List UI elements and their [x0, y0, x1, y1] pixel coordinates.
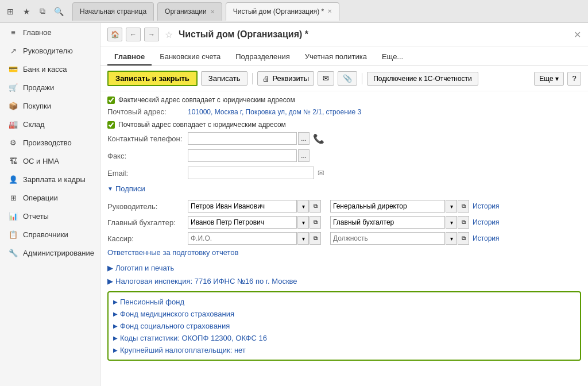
save-close-button[interactable]: Записать и закрыть [107, 71, 198, 86]
tab-accounting-policy-label: Учетная политика [305, 52, 367, 61]
postal-address-checkbox-row: Почтовый адрес совпадает с юридическим а… [107, 121, 581, 129]
cashier-history-link[interactable]: История [473, 234, 500, 242]
copy-icon[interactable]: ⧉ [37, 6, 48, 17]
director-row: Руководитель: ▾ ⧉ ▾ ⧉ История [107, 200, 581, 213]
director-inputs: ▾ ⧉ [188, 200, 321, 213]
tab-clean-house[interactable]: Чистый дом (Организация) * ✕ [226, 2, 340, 21]
actual-address-label: Фактический адрес совпадает с юридически… [118, 96, 295, 104]
close-page-icon[interactable]: ✕ [574, 29, 581, 40]
director-role-dropdown-button[interactable]: ▾ [446, 200, 457, 213]
references-icon: 📋 [8, 229, 18, 240]
email-input[interactable] [188, 167, 314, 179]
search-icon[interactable]: 🔍 [53, 6, 64, 17]
tab-organizations[interactable]: Организации ✕ [157, 2, 222, 21]
accountant-history-link[interactable]: История [473, 218, 500, 226]
director-history-link[interactable]: История [473, 202, 500, 210]
phone-dial-icon[interactable]: 📞 [313, 133, 324, 144]
sidebar-item-label: Главное [23, 28, 52, 37]
logo-expand[interactable]: ▶ Логотип и печать [107, 264, 174, 272]
attach-button[interactable]: 📎 [338, 71, 357, 86]
cashier-role-dropdown-button[interactable]: ▾ [446, 232, 457, 245]
chief-accountant-row: Главный бухгалтер: ▾ ⧉ ▾ ⧉ История [107, 216, 581, 229]
actual-address-checkbox[interactable] [107, 96, 115, 104]
forward-button[interactable]: → [144, 28, 159, 41]
tab-bank-accounts[interactable]: Банковские счета [153, 50, 227, 65]
accountant-open-button[interactable]: ⧉ [310, 216, 321, 229]
tab-clean-house-label: Чистый дом (Организация) * [233, 7, 324, 16]
sales-icon: 🛒 [8, 82, 18, 92]
accountant-role-open-button[interactable]: ⧉ [458, 216, 469, 229]
director-dropdown-button[interactable]: ▾ [297, 200, 309, 213]
tab-accounting-policy[interactable]: Учетная политика [298, 50, 374, 65]
sidebar-item-production[interactable]: ⚙ Производство [0, 133, 100, 152]
tab-subdivisions[interactable]: Подразделения [229, 50, 297, 65]
sidebar-item-rukovoditelyu[interactable]: ↗ Руководителю [0, 41, 100, 60]
accountant-role-input[interactable] [330, 216, 445, 229]
back-button[interactable]: ← [126, 28, 141, 41]
more-button[interactable]: Еще ▾ [534, 72, 564, 86]
fax-input[interactable] [188, 149, 297, 162]
tab-home[interactable]: Начальная страница [72, 2, 154, 21]
sidebar-item-glavnoe[interactable]: ≡ Главное [0, 23, 100, 41]
accountant-role-inputs: ▾ ⧉ [326, 216, 469, 229]
toolbar: Записать и закрыть Записать 🖨 Реквизиты … [100, 66, 588, 91]
details-button[interactable]: 🖨 Реквизиты [257, 71, 314, 86]
email-toolbar-button[interactable]: ✉ [318, 71, 334, 86]
contact-phone-input[interactable] [188, 132, 297, 145]
save-button[interactable]: Записать [201, 71, 248, 86]
contact-phone-dots-button[interactable]: … [298, 132, 310, 145]
grid-icon[interactable]: ⊞ [5, 6, 16, 17]
sidebar-item-payroll[interactable]: 👤 Зарплата и кадры [0, 170, 100, 188]
logo-label: Логотип и печать [115, 264, 174, 272]
sidebar-item-operations[interactable]: ⊞ Операции [0, 188, 100, 207]
sidebar-item-sales[interactable]: 🛒 Продажи [0, 78, 100, 96]
favorite-star-icon[interactable]: ☆ [165, 29, 173, 40]
connect-1c-button[interactable]: Подключение к 1С-Отчетности [367, 72, 478, 86]
accountant-role-dropdown-button[interactable]: ▾ [446, 216, 457, 229]
postal-address-checkbox[interactable] [107, 121, 115, 129]
cashier-open-button[interactable]: ⧉ [310, 232, 321, 245]
cashier-role-open-button[interactable]: ⧉ [458, 232, 469, 245]
sidebar-item-admin[interactable]: 🔧 Администрирование [0, 244, 100, 262]
largest-taxpayer-label: Крупнейший налогоплательщик: нет [120, 346, 246, 354]
sidebar-item-warehouse[interactable]: 🏭 Склад [0, 115, 100, 133]
sidebar-item-purchases[interactable]: 📦 Покупки [0, 96, 100, 115]
production-icon: ⚙ [8, 137, 18, 148]
sidebar-item-references[interactable]: 📋 Справочники [0, 225, 100, 244]
stats-codes-row[interactable]: ▶ Коды статистики: ОКОПФ 12300, ОКФС 16 [113, 332, 575, 344]
medical-insurance-row[interactable]: ▶ Фонд медицинского страхования [113, 308, 575, 320]
purchases-icon: 📦 [8, 101, 18, 111]
cashier-role-input[interactable] [330, 232, 445, 245]
postal-address-value[interactable]: 101000, Москва г, Покровка ул, дом № 2/1… [188, 108, 361, 116]
sidebar-item-os-nma[interactable]: 🏗 ОС и НМА [0, 152, 100, 170]
sidebar-item-label: Покупки [23, 102, 51, 110]
director-input[interactable] [188, 200, 297, 213]
largest-taxpayer-row[interactable]: ▶ Крупнейший налогоплательщик: нет [113, 344, 575, 356]
tab-organizations-close[interactable]: ✕ [210, 9, 215, 15]
tab-clean-house-close[interactable]: ✕ [327, 8, 332, 14]
cashier-dropdown-button[interactable]: ▾ [297, 232, 309, 245]
home-button[interactable]: 🏠 [107, 28, 122, 41]
social-insurance-row[interactable]: ▶ Фонд социального страхования [113, 320, 575, 332]
signatures-label: Подписи [115, 184, 145, 193]
sidebar-item-bank[interactable]: 💳 Банк и касса [0, 60, 100, 78]
sidebar-item-label: Операции [23, 194, 58, 202]
email-send-icon[interactable]: ✉ [318, 168, 324, 177]
cashier-input[interactable] [188, 232, 297, 245]
director-role-open-button[interactable]: ⧉ [458, 200, 469, 213]
tab-main[interactable]: Главное [107, 50, 152, 65]
fax-dots-button[interactable]: … [298, 149, 310, 162]
director-role-input[interactable] [330, 200, 445, 213]
sidebar-item-reports[interactable]: 📊 Отчеты [0, 207, 100, 225]
director-open-button[interactable]: ⧉ [310, 200, 321, 213]
accountant-dropdown-button[interactable]: ▾ [297, 216, 309, 229]
responsible-link[interactable]: Ответственные за подготовку отчетов [107, 248, 239, 257]
chief-accountant-input[interactable] [188, 216, 297, 229]
pension-fund-row[interactable]: ▶ Пенсионный фонд [113, 296, 575, 308]
help-button[interactable]: ? [567, 72, 581, 86]
signatures-expand[interactable]: ▼ Подписи [107, 184, 145, 193]
tax-expand[interactable]: ▶ Налоговая инспекция: 7716 ИФНС №16 по … [107, 277, 297, 285]
star-icon[interactable]: ★ [21, 6, 32, 17]
fax-label: Факс: [107, 152, 188, 160]
tab-more[interactable]: Еще... [375, 50, 410, 65]
